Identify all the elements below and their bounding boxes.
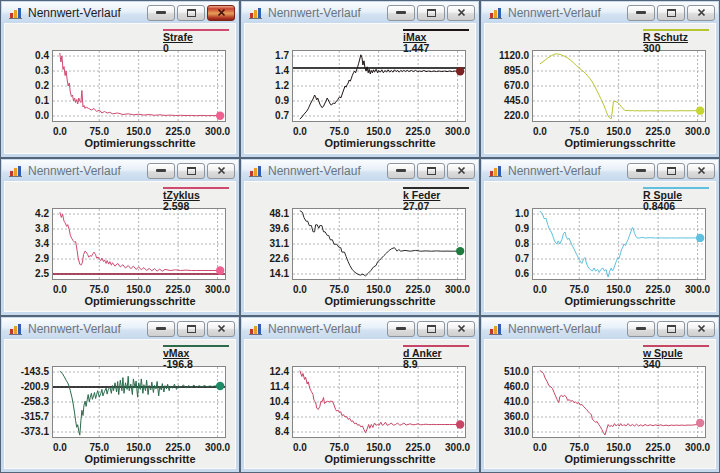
maximize-button[interactable] (417, 321, 445, 337)
window-titlebar[interactable]: Nennwert-Verlauf (2, 160, 238, 181)
y-tick-label: 1.2 (245, 80, 289, 92)
series-line (540, 371, 700, 436)
close-button[interactable] (447, 5, 475, 21)
window-controls (147, 5, 235, 21)
x-axis-title: Optimierungsschritte (292, 453, 468, 465)
y-tick-label: 0.9 (245, 95, 289, 107)
window-titlebar[interactable]: Nennwert-Verlauf (242, 2, 478, 23)
maximize-button[interactable] (417, 5, 445, 21)
maximize-button[interactable] (417, 163, 445, 179)
y-tick-label: -373.1 (5, 426, 49, 438)
close-button[interactable] (687, 321, 715, 337)
x-axis-title: Optimierungsschritte (292, 137, 468, 149)
maximize-button[interactable] (657, 321, 685, 337)
series-end-marker (696, 106, 704, 114)
legend-series-value: 8.9 (403, 358, 418, 370)
plot-area (52, 366, 226, 438)
window-title: Nennwert-Verlauf (268, 6, 387, 20)
window-tile-grid: Nennwert-Verlauf 0.00.10.20.30.40.075.01… (0, 0, 720, 473)
chart-window: Nennwert-Verlauf 0.00.10.20.30.40.075.01… (0, 0, 240, 158)
window-title: Nennwert-Verlauf (28, 322, 147, 336)
window-titlebar[interactable]: Nennwert-Verlauf (242, 160, 478, 181)
window-titlebar[interactable]: Nennwert-Verlauf (482, 160, 718, 181)
y-tick-label: 12.4 (245, 366, 289, 378)
y-tick-label: 22.6 (245, 253, 289, 265)
legend-series-value: 0.8406 (643, 200, 675, 212)
minimize-button[interactable] (387, 163, 415, 179)
minimize-button[interactable] (627, 321, 655, 337)
close-icon (697, 166, 706, 175)
y-tick-label: 0.4 (5, 50, 49, 62)
minimize-icon (396, 11, 406, 14)
maximize-button[interactable] (657, 5, 685, 21)
series-line (300, 371, 460, 433)
close-button[interactable] (207, 163, 235, 179)
window-titlebar[interactable]: Nennwert-Verlauf (2, 318, 238, 339)
minimize-icon (636, 11, 646, 14)
window-titlebar[interactable]: Nennwert-Verlauf (482, 2, 718, 23)
minimize-button[interactable] (147, 5, 175, 21)
legend-series-value: 1.447 (403, 42, 429, 54)
y-tick-label: 445.0 (485, 95, 529, 107)
close-button[interactable] (447, 321, 475, 337)
chart-area: 0.00.10.20.30.40.075.0150.0225.0300.0Opt… (4, 23, 236, 154)
x-axis-title: Optimierungsschritte (532, 137, 708, 149)
minimize-button[interactable] (627, 163, 655, 179)
y-tick-label: 0.2 (5, 80, 49, 92)
y-tick-label: 0.9 (485, 223, 529, 235)
maximize-icon (427, 167, 436, 175)
close-button[interactable] (687, 163, 715, 179)
y-tick-label: 3.8 (5, 223, 49, 235)
chart-window: Nennwert-Verlauf 0.70.91.21.41.70.075.01… (240, 0, 480, 158)
minimize-button[interactable] (147, 321, 175, 337)
maximize-icon (427, 325, 436, 333)
window-controls (147, 163, 235, 179)
y-tick-label: 3.4 (5, 238, 49, 250)
chart-app-icon (8, 322, 23, 335)
y-tick-label: 48.1 (245, 208, 289, 220)
minimize-button[interactable] (387, 321, 415, 337)
maximize-button[interactable] (177, 5, 205, 21)
y-tick-label: 39.6 (245, 223, 289, 235)
minimize-button[interactable] (627, 5, 655, 21)
window-titlebar[interactable]: Nennwert-Verlauf (242, 318, 478, 339)
series-end-marker (696, 234, 704, 242)
window-titlebar[interactable]: Nennwert-Verlauf (2, 2, 238, 23)
series-line (540, 54, 700, 119)
maximize-button[interactable] (177, 163, 205, 179)
window-controls (387, 5, 475, 21)
minimize-icon (156, 11, 166, 14)
chart-window: Nennwert-Verlauf 8.49.410.411.412.40.075… (240, 316, 480, 473)
maximize-button[interactable] (177, 321, 205, 337)
close-icon (697, 324, 706, 333)
chart-area: 0.60.70.80.91.00.075.0150.0225.0300.0Opt… (484, 181, 716, 312)
y-tick-label: 895.0 (485, 65, 529, 77)
plot-area (532, 50, 706, 122)
maximize-button[interactable] (657, 163, 685, 179)
window-controls (627, 163, 715, 179)
close-button[interactable] (447, 163, 475, 179)
y-tick-label: 0.0 (5, 110, 49, 122)
close-icon (457, 166, 466, 175)
x-axis-title: Optimierungsschritte (52, 453, 228, 465)
close-button[interactable] (687, 5, 715, 21)
chart-area: 220.0445.0670.0895.01120.00.075.0150.022… (484, 23, 716, 154)
window-title: Nennwert-Verlauf (508, 6, 627, 20)
minimize-button[interactable] (147, 163, 175, 179)
series-end-marker (456, 420, 464, 428)
maximize-icon (187, 325, 196, 333)
close-button[interactable] (207, 321, 235, 337)
window-controls (387, 321, 475, 337)
chart-app-icon (488, 164, 503, 177)
y-tick-label: 0.8 (485, 238, 529, 250)
plot-area (292, 208, 466, 280)
window-titlebar[interactable]: Nennwert-Verlauf (482, 318, 718, 339)
window-title: Nennwert-Verlauf (508, 322, 627, 336)
y-tick-label: 9.4 (245, 411, 289, 423)
series-end-marker (216, 382, 224, 390)
y-tick-label: 0.7 (245, 110, 289, 122)
minimize-button[interactable] (387, 5, 415, 21)
close-button[interactable] (207, 5, 235, 21)
chart-area: 310.0360.0410.0460.0510.00.075.0150.0225… (484, 339, 716, 469)
x-axis-title: Optimierungsschritte (292, 295, 468, 307)
